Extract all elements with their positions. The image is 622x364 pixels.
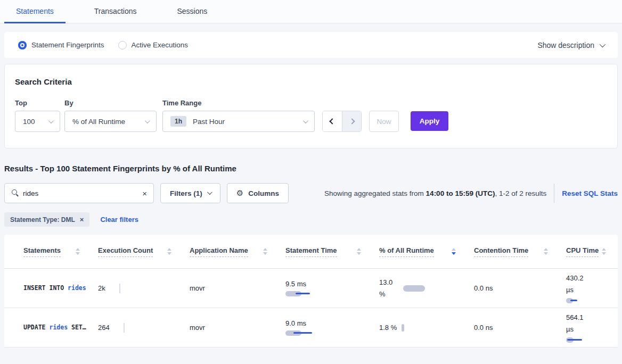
pct-runtime-bar (402, 324, 404, 332)
vertical-divider (554, 184, 554, 203)
radio-statement-fingerprints[interactable]: Statement Fingerprints (18, 41, 104, 49)
clear-filters-link[interactable]: Clear filters (100, 216, 138, 224)
sort-icon[interactable] (357, 248, 361, 255)
view-mode-card: Statement Fingerprints Active Executions… (4, 32, 618, 58)
gear-icon: ⚙ (236, 188, 243, 198)
statement-time-cell: 9.5 ms (285, 280, 379, 297)
contention-time-cell: 0.0 ns (474, 324, 566, 332)
filter-chip-label: Statement Type: DML (10, 216, 75, 224)
results-heading: Results - Top 100 Statement Fingerprints… (4, 164, 618, 173)
time-prev-button[interactable] (323, 111, 342, 131)
statement-time-cell: 9.0 ms (285, 319, 379, 336)
sort-icon-active-desc[interactable] (452, 248, 456, 255)
cpu-time-cell: 430.2 µs (566, 272, 594, 304)
by-label: By (64, 99, 157, 107)
statement-link[interactable]: rides (68, 284, 86, 292)
execution-count-bar (124, 323, 125, 333)
now-button[interactable]: Now (369, 111, 399, 132)
radio-unselected-icon (118, 41, 127, 49)
column-header-statements[interactable]: Statements (23, 246, 98, 257)
table-row[interactable]: INSERT INTO rides 2k movr 9.5 ms 13.0 % … (4, 269, 618, 308)
statements-table: Statements Execution Count Application N… (4, 235, 618, 348)
column-header-statement-time[interactable]: Statement Time (285, 246, 379, 257)
table-row[interactable]: UPDATE rides SET… 264 movr 9.0 ms 1.8 % … (4, 308, 618, 348)
filter-chip-statement-type: Statement Type: DML × (4, 212, 89, 227)
filter-chip-row: Statement Type: DML × Clear filters (4, 212, 618, 227)
execution-count-cell: 264 (98, 323, 190, 333)
statement-time-bar (285, 330, 317, 336)
column-header-execution-count[interactable]: Execution Count (98, 246, 190, 257)
by-select-value: % of All Runtime (72, 118, 125, 126)
filters-button[interactable]: Filters (1) (160, 183, 220, 203)
search-criteria-card: Search Criteria Top 100 By % of All Runt… (4, 64, 618, 148)
apply-button[interactable]: Apply (411, 111, 448, 131)
clear-search-icon[interactable]: × (142, 189, 147, 197)
application-name-cell: movr (190, 284, 285, 292)
sort-icon[interactable] (167, 248, 171, 255)
statement-time-bar (285, 291, 317, 297)
pct-runtime-bar (403, 285, 425, 292)
column-header-application-name[interactable]: Application Name (190, 246, 285, 257)
sort-icon[interactable] (76, 248, 80, 255)
reset-sql-stats-link[interactable]: Reset SQL Stats (562, 189, 618, 197)
time-next-button[interactable] (342, 111, 361, 131)
table-header-row: Statements Execution Count Application N… (4, 235, 618, 269)
statement-link[interactable]: rides (49, 324, 68, 331)
by-select[interactable]: % of All Runtime (64, 111, 157, 132)
search-input[interactable] (5, 189, 153, 197)
filters-button-label: Filters (1) (170, 189, 202, 197)
aggregated-stats-text: Showing aggregated stats from 14:00 to 1… (324, 189, 546, 197)
chevron-down-icon (303, 118, 308, 123)
stats-cluster: Showing aggregated stats from 14:00 to 1… (324, 184, 618, 203)
cpu-time-bar (566, 297, 591, 304)
top-label: Top (15, 99, 60, 107)
chevron-down-icon (48, 118, 54, 123)
time-range-label: Time Range (162, 99, 315, 107)
show-description-toggle[interactable]: Show description (537, 41, 604, 49)
pct-runtime-cell: 1.8 % (379, 322, 474, 333)
radio-statement-fingerprints-label: Statement Fingerprints (31, 41, 104, 49)
radio-active-executions[interactable]: Active Executions (118, 41, 189, 49)
execution-count-cell: 2k (98, 284, 190, 293)
view-mode-radio-group: Statement Fingerprints Active Executions (18, 41, 188, 49)
sort-icon[interactable] (602, 248, 606, 255)
chevron-down-icon (145, 118, 150, 123)
tab-statements[interactable]: Statements (4, 0, 66, 23)
by-field: By % of All Runtime (64, 99, 157, 132)
time-nav-group (322, 111, 362, 132)
radio-selected-icon (18, 41, 27, 49)
execution-count-bar (119, 284, 120, 293)
pct-runtime-cell: 13.0 % (379, 277, 474, 300)
chevron-down-icon (207, 189, 212, 195)
tab-sessions[interactable]: Sessions (165, 0, 219, 23)
statement-search-box: × (4, 183, 154, 203)
time-range-value: Past Hour (193, 118, 225, 126)
sort-icon[interactable] (263, 248, 267, 255)
chevron-right-icon (349, 118, 355, 124)
cpu-time-cell: 564.1 µs (566, 312, 594, 343)
search-icon (12, 189, 17, 195)
top-select[interactable]: 100 (15, 111, 60, 132)
time-range-value-group: 1h Past Hour (170, 116, 225, 127)
top-field: Top 100 (15, 99, 60, 132)
sort-icon[interactable] (544, 248, 548, 255)
time-range-badge: 1h (170, 116, 186, 127)
time-range-field: Time Range 1h Past Hour (162, 99, 315, 132)
columns-button[interactable]: ⚙ Columns (227, 183, 289, 203)
statement-cell[interactable]: INSERT INTO rides (23, 283, 86, 293)
page-tabbar: Statements Transactions Sessions (0, 0, 622, 23)
tab-transactions[interactable]: Transactions (83, 0, 149, 23)
remove-filter-icon[interactable]: × (80, 216, 84, 224)
contention-time-cell: 0.0 ns (474, 284, 566, 292)
columns-button-label: Columns (248, 189, 279, 197)
results-toolbar: × Filters (1) ⚙ Columns Showing aggregat… (4, 183, 618, 203)
cpu-time-bar (566, 337, 591, 343)
time-range-select[interactable]: 1h Past Hour (162, 111, 315, 132)
show-description-label: Show description (537, 41, 594, 49)
top-select-value: 100 (23, 118, 35, 126)
column-header-contention-time[interactable]: Contention Time (474, 246, 566, 257)
column-header-cpu-time[interactable]: CPU Time (566, 246, 612, 257)
column-header-pct-runtime[interactable]: % of All Runtime (379, 246, 474, 257)
statement-cell[interactable]: UPDATE rides SET… (23, 322, 86, 333)
stats-period: 14:00 to 15:59 (UTC) (426, 189, 495, 197)
